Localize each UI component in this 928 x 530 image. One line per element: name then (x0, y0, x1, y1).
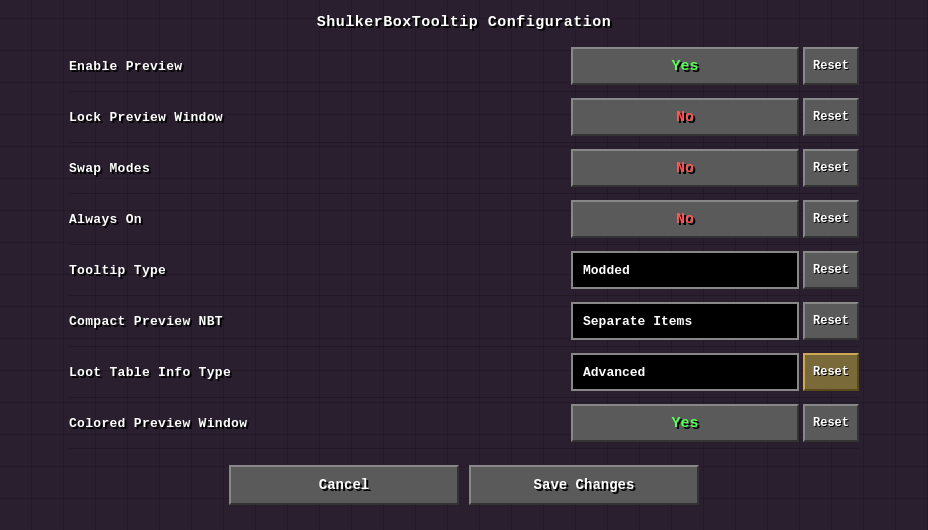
config-controls: YesReset (571, 404, 859, 442)
config-label: Enable Preview (69, 59, 571, 74)
config-controls: NoReset (571, 149, 859, 187)
toggle-button[interactable]: No (571, 98, 799, 136)
reset-button[interactable]: Reset (803, 404, 859, 442)
config-label: Tooltip Type (69, 263, 571, 278)
config-controls: YesReset (571, 47, 859, 85)
config-controls: AdvancedReset (571, 353, 859, 391)
reset-button[interactable]: Reset (803, 149, 859, 187)
config-row: Lock Preview WindowNoReset (69, 92, 859, 143)
toggle-button[interactable]: No (571, 200, 799, 238)
reset-button[interactable]: Reset (803, 98, 859, 136)
toggle-button[interactable]: Yes (571, 404, 799, 442)
config-controls: NoReset (571, 200, 859, 238)
save-button[interactable]: Save Changes (469, 465, 699, 505)
config-label: Colored Preview Window (69, 416, 571, 431)
config-label: Always On (69, 212, 571, 227)
config-panel: Enable PreviewYesResetLock Preview Windo… (69, 41, 859, 449)
config-controls: Separate ItemsReset (571, 302, 859, 340)
config-row: Compact Preview NBTSeparate ItemsReset (69, 296, 859, 347)
dropdown-button[interactable]: Advanced (571, 353, 799, 391)
config-label: Compact Preview NBT (69, 314, 571, 329)
toggle-button[interactable]: Yes (571, 47, 799, 85)
reset-button[interactable]: Reset (803, 47, 859, 85)
action-bar: Cancel Save Changes (69, 465, 859, 505)
reset-button[interactable]: Reset (803, 200, 859, 238)
config-controls: NoReset (571, 98, 859, 136)
config-row: Always OnNoReset (69, 194, 859, 245)
page-title: ShulkerBoxTooltip Configuration (0, 0, 928, 41)
toggle-button[interactable]: No (571, 149, 799, 187)
config-row: Enable PreviewYesReset (69, 41, 859, 92)
config-controls: ModdedReset (571, 251, 859, 289)
reset-button[interactable]: Reset (803, 353, 859, 391)
reset-button[interactable]: Reset (803, 251, 859, 289)
config-label: Swap Modes (69, 161, 571, 176)
config-row: Tooltip TypeModdedReset (69, 245, 859, 296)
config-row: Loot Table Info TypeAdvancedReset (69, 347, 859, 398)
config-label: Loot Table Info Type (69, 365, 571, 380)
config-label: Lock Preview Window (69, 110, 571, 125)
config-row: Colored Preview WindowYesReset (69, 398, 859, 449)
dropdown-button[interactable]: Modded (571, 251, 799, 289)
dropdown-button[interactable]: Separate Items (571, 302, 799, 340)
reset-button[interactable]: Reset (803, 302, 859, 340)
cancel-button[interactable]: Cancel (229, 465, 459, 505)
config-row: Swap ModesNoReset (69, 143, 859, 194)
